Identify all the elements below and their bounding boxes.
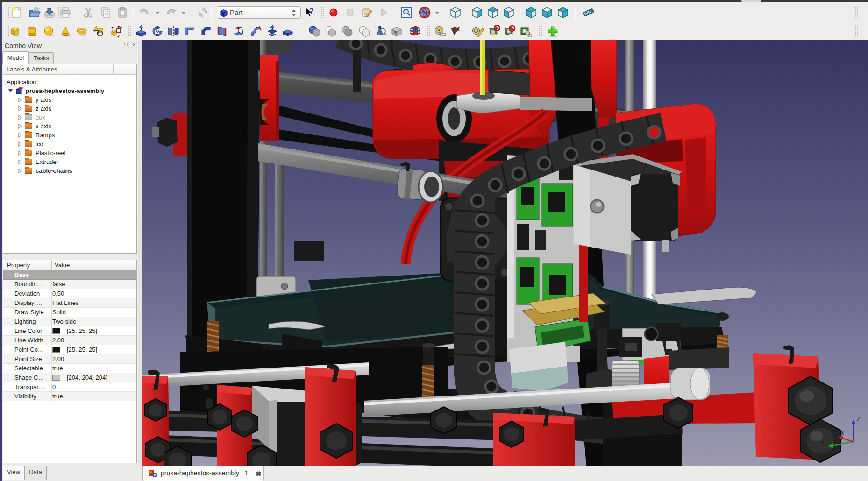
svg-text:?: ? bbox=[310, 7, 314, 15]
svg-text:Z: Z bbox=[857, 416, 860, 423]
svg-text:Y: Y bbox=[821, 440, 825, 446]
svg-text:X: X bbox=[840, 430, 844, 437]
